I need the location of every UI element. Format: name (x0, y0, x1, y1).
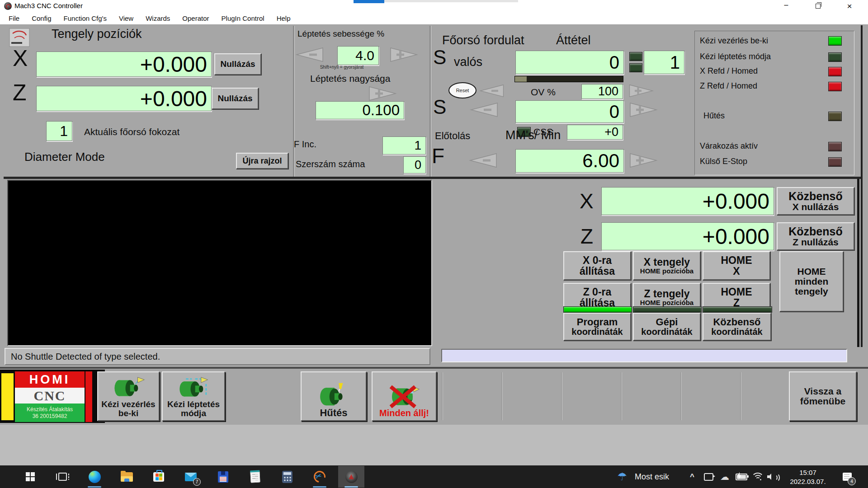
floppy-app-button[interactable] (212, 466, 234, 488)
menu-wizards[interactable]: Wizards (146, 14, 170, 22)
restore-button[interactable] (811, 1, 825, 11)
tray-chevron-button[interactable]: ^ (687, 466, 698, 488)
file-explorer-button[interactable] (116, 466, 137, 488)
snipping-running-indicator (313, 486, 326, 488)
meet-now-button[interactable] (701, 466, 716, 488)
notepad-button[interactable] (244, 466, 266, 488)
jog-mode-button[interactable]: Kézi léptetés módja (162, 371, 225, 421)
jog-step-cycle-arrow[interactable] (368, 86, 397, 101)
battery-button[interactable] (733, 466, 750, 488)
menu-function-cfgs[interactable]: Function Cfg's (64, 14, 107, 22)
intermediate-coords-button[interactable]: Közbenső koordináták (703, 313, 771, 341)
ov-plus-arrow[interactable] (628, 84, 655, 98)
z-zero-button[interactable]: Nullázás (212, 88, 259, 109)
mdi-input[interactable] (441, 349, 847, 362)
reset-button[interactable]: Reset (448, 82, 476, 99)
s-set-dro[interactable]: 0 (515, 100, 624, 123)
coolant-button[interactable]: Hűtés (301, 371, 367, 421)
ov-field[interactable]: 100 (581, 84, 623, 99)
divider (429, 26, 431, 177)
calculator-button[interactable] (276, 466, 298, 488)
toolbar-slot-divider (501, 372, 502, 420)
umbrella-icon: ☂ (617, 470, 627, 483)
spindle-gear-label: Aktuális főorsó fokozat (84, 127, 179, 137)
intermediate-z-zero-button[interactable]: Közbenső Z nullázás (777, 222, 854, 250)
s-minus-arrow[interactable] (469, 102, 498, 117)
manual-control-toggle-button[interactable]: Kézi vezérlés be-ki (97, 371, 160, 421)
snipping-tool-button[interactable]: ✂ (309, 466, 330, 488)
task-view-button[interactable] (52, 466, 73, 488)
mach3-icon (345, 471, 358, 483)
machine-coords-button[interactable]: Gépi koordináták (633, 313, 701, 341)
work-x-dro[interactable]: +0.000 (601, 187, 774, 215)
stop-all-button[interactable]: Minden állj! (372, 371, 437, 421)
minimize-button[interactable]: – (779, 1, 793, 11)
onedrive-button[interactable]: ☁ (717, 466, 732, 488)
start-button[interactable] (19, 466, 41, 488)
toolpath-display (7, 180, 432, 346)
ov-minus-arrow[interactable] (478, 84, 505, 98)
notification-center-button[interactable]: 4 (837, 466, 857, 488)
toolbar-slot-divider (680, 372, 681, 420)
feedrate-dro[interactable]: 6.00 (515, 149, 624, 173)
minimize-icon: – (784, 1, 788, 9)
f-label: F (432, 144, 444, 168)
jog-rate-minus-arrow[interactable] (295, 47, 324, 62)
edge-running-indicator (88, 486, 101, 488)
lower-background-strip (0, 425, 868, 465)
coolant-led (828, 112, 842, 121)
menu-file[interactable]: File (9, 14, 19, 22)
x-to-home-button[interactable]: X tengely HOME pozícióba (633, 251, 701, 280)
jog-rate-field[interactable]: 4.0 (337, 46, 379, 65)
ratio-field[interactable]: 1 (644, 51, 684, 74)
work-z-label: Z (580, 224, 593, 249)
spindle-gear-field[interactable]: 1 (46, 121, 72, 141)
menu-view[interactable]: View (119, 14, 133, 22)
ov-label: OV % (531, 87, 556, 98)
x-refd-led (828, 67, 842, 76)
f-inc-field[interactable]: 1 (382, 136, 426, 155)
x-zero-button[interactable]: Nullázás (214, 53, 261, 75)
s-actual-big-label: S (433, 46, 446, 69)
x-set-zero-button[interactable]: X 0-ra állítása (563, 251, 631, 280)
volume-button[interactable] (765, 466, 781, 488)
store-icon (153, 472, 164, 482)
edge-taskbar-button[interactable] (84, 466, 105, 488)
intermediate-x-zero-button[interactable]: Közbenső X nullázás (777, 187, 854, 215)
ratio-down-led[interactable] (629, 63, 642, 72)
window-title: Mach3 CNC Controller (14, 2, 83, 9)
css-field[interactable]: +0 (567, 125, 623, 140)
mail-button[interactable]: 7 (180, 466, 202, 488)
mach3-taskbar-button[interactable] (338, 466, 364, 488)
clock[interactable]: 15:07 2022.03.07. (784, 468, 832, 487)
program-coords-button[interactable]: Program koordináták (563, 313, 631, 341)
weather-text[interactable]: Most esik (635, 472, 669, 482)
weather-icon-button[interactable]: ☂ (613, 466, 631, 488)
f-plus-arrow[interactable] (629, 153, 658, 168)
home-all-button[interactable]: HOME minden tengely (779, 251, 844, 312)
back-to-main-menu-button[interactable]: Vissza a főmenübe (789, 371, 857, 421)
toolbar-slot-divider (561, 372, 562, 420)
spindle-actual-dro[interactable]: 0 (515, 51, 624, 74)
microsoft-store-button[interactable] (148, 466, 170, 488)
menu-operator[interactable]: Operator (182, 14, 209, 22)
home-x-button[interactable]: HOME X (703, 251, 770, 280)
menu-help[interactable]: Help (277, 14, 291, 22)
z-dro[interactable]: +0.000 (36, 86, 212, 111)
menu-config[interactable]: Config (32, 14, 51, 22)
x-dro[interactable]: +0.000 (36, 52, 212, 77)
chuck-icon (111, 376, 146, 400)
jog-rate-plus-arrow[interactable] (390, 47, 419, 62)
menu-plugin-control[interactable]: PlugIn Control (222, 14, 264, 22)
f-minus-arrow[interactable] (468, 153, 497, 168)
menubar: File Config Function Cfg's View Wizards … (0, 12, 868, 25)
s-plus-arrow[interactable] (629, 102, 658, 117)
redraw-button[interactable]: Újra rajzol (236, 153, 288, 169)
close-button[interactable]: × (843, 1, 856, 11)
network-button[interactable] (750, 466, 764, 488)
ratio-up-led[interactable] (629, 52, 642, 61)
tool-number-field[interactable]: 0 (403, 156, 426, 174)
diameter-mode-label: Diameter Mode (24, 150, 105, 164)
work-z-dro[interactable]: +0.000 (601, 222, 774, 250)
jog-step-field[interactable]: 0.100 (316, 101, 404, 119)
